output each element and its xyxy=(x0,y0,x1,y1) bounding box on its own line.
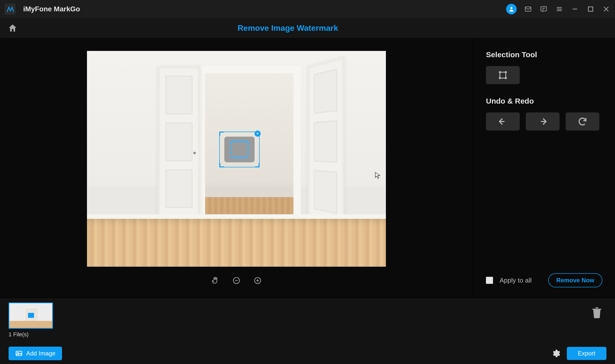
file-count-label: 1 File(s) xyxy=(9,331,606,338)
mail-icon[interactable] xyxy=(524,5,532,13)
undo-button[interactable] xyxy=(486,112,520,131)
right-door xyxy=(308,56,345,237)
app-title: iMyFone MarkGo xyxy=(23,5,80,13)
redo-button[interactable] xyxy=(526,112,560,131)
add-image-label: Add Image xyxy=(26,350,55,357)
rectangle-select-tool[interactable] xyxy=(486,66,520,84)
page-title: Remove Image Watermark xyxy=(18,23,558,33)
selection-close-button[interactable]: × xyxy=(255,131,261,137)
watermark-selection[interactable]: × xyxy=(219,132,260,167)
subheader: Remove Image Watermark xyxy=(0,18,615,38)
canvas-area: × xyxy=(0,38,473,297)
pan-tool[interactable] xyxy=(210,276,220,285)
svg-point-8 xyxy=(505,72,506,73)
selection-handle-tl[interactable] xyxy=(219,132,224,136)
selection-tool-title: Selection Tool xyxy=(486,50,602,59)
footer: Add Image Export xyxy=(0,343,615,364)
reset-button[interactable] xyxy=(566,112,599,131)
right-sidebar: Selection Tool Undo & Redo Apply to all … xyxy=(473,38,615,297)
svg-point-0 xyxy=(510,7,512,9)
add-image-button[interactable]: Add Image xyxy=(9,347,62,360)
selection-handle-br[interactable] xyxy=(255,163,260,167)
main-area: × Selection To xyxy=(0,38,615,297)
canvas-toolbar xyxy=(210,276,262,285)
apply-to-all-checkbox[interactable] xyxy=(486,277,493,284)
film-icon xyxy=(231,141,248,158)
settings-button[interactable] xyxy=(551,348,561,358)
sidebar-bottom-row: Apply to all Remove Now xyxy=(486,273,602,287)
maximize-button[interactable] xyxy=(586,5,595,13)
cursor-icon xyxy=(375,172,381,179)
floor xyxy=(87,219,386,267)
user-account-button[interactable] xyxy=(506,4,517,14)
feedback-icon[interactable] xyxy=(539,5,548,13)
close-button[interactable] xyxy=(602,5,610,13)
svg-rect-3 xyxy=(588,7,593,11)
menu-icon[interactable] xyxy=(555,5,564,13)
svg-point-9 xyxy=(499,77,501,79)
watermark-content xyxy=(224,137,255,162)
zoom-out-button[interactable] xyxy=(232,276,241,285)
image-thumbnail[interactable] xyxy=(9,302,53,329)
zoom-in-button[interactable] xyxy=(253,276,262,285)
selection-handle-bl[interactable] xyxy=(219,163,224,167)
apply-to-all-label: Apply to all xyxy=(500,277,542,284)
image-canvas[interactable]: × xyxy=(87,51,386,267)
titlebar-controls xyxy=(506,4,610,14)
titlebar: iMyFone MarkGo xyxy=(0,0,615,18)
svg-point-10 xyxy=(505,77,506,79)
home-button[interactable] xyxy=(7,23,18,34)
export-button[interactable]: Export xyxy=(567,347,606,360)
minimize-button[interactable] xyxy=(571,5,579,13)
app-logo xyxy=(5,4,16,15)
delete-button[interactable] xyxy=(591,306,602,319)
svg-rect-6 xyxy=(500,72,506,78)
thumbnail-strip: 1 File(s) xyxy=(0,297,615,343)
svg-point-7 xyxy=(499,72,501,73)
undo-redo-title: Undo & Redo xyxy=(486,97,602,105)
left-door xyxy=(158,66,200,227)
svg-rect-2 xyxy=(541,7,547,11)
remove-now-button[interactable]: Remove Now xyxy=(548,273,602,287)
